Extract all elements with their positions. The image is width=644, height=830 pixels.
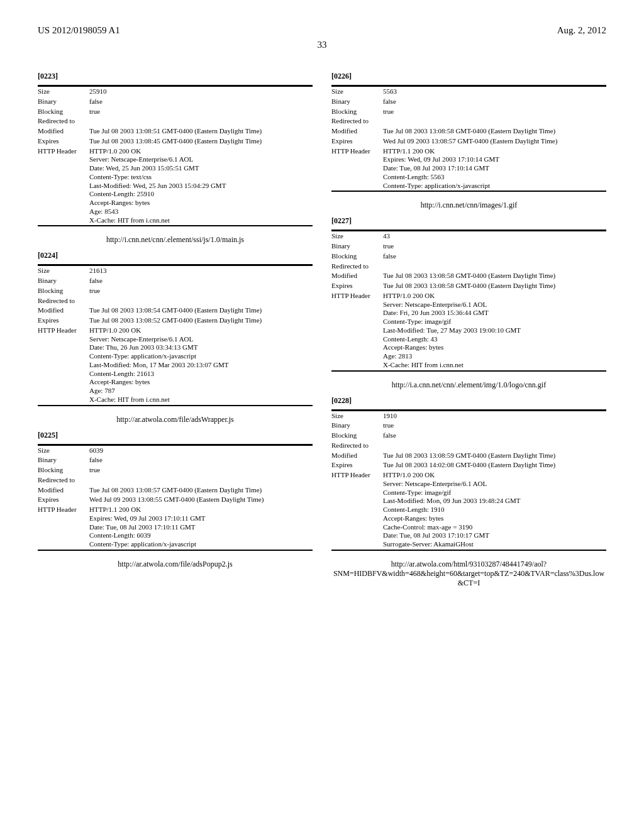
table-row: ExpiresTue Jul 08 2003 13:08:45 GMT-0400… — [38, 136, 313, 147]
row-label: Expires — [331, 460, 383, 470]
table-row: Blockingfalse — [331, 431, 606, 441]
row-value: false — [383, 252, 606, 262]
table-row: ExpiresTue Jul 08 2003 13:08:58 GMT-0400… — [331, 281, 606, 291]
row-label: HTTP Header — [331, 470, 383, 550]
table-row: Redirected to — [38, 475, 313, 485]
data-table: Size5563BinaryfalseBlockingtrueRedirecte… — [331, 85, 606, 192]
resource-url: http://i.cnn.net/cnn/.element/ssi/js/1.0… — [38, 235, 313, 245]
table-row: HTTP HeaderHTTP/1.0 200 OK Server: Netsc… — [331, 470, 606, 550]
table-row: HTTP HeaderHTTP/1.1 200 OK Expires: Wed,… — [38, 505, 313, 550]
row-value: Tue Jul 08 2003 13:08:59 GMT-0400 (Easte… — [383, 451, 606, 461]
table-row: Binaryfalse — [38, 97, 313, 107]
left-column: [0223]Size25910BinaryfalseBlockingtrueRe… — [38, 65, 313, 592]
row-label: HTTP Header — [38, 326, 89, 406]
row-value: true — [383, 241, 606, 252]
data-table: Size6039BinaryfalseBlockingtrueRedirecte… — [38, 444, 313, 551]
row-value — [383, 116, 606, 126]
row-label: Binary — [38, 97, 89, 107]
row-value — [89, 116, 313, 126]
paragraph-number: [0223] — [38, 72, 313, 81]
row-value — [383, 441, 606, 451]
data-table: Size25910BinaryfalseBlockingtrueRedirect… — [38, 85, 313, 226]
row-value: 5563 — [383, 87, 606, 97]
row-value: Wed Jul 09 2003 13:08:57 GMT-0400 (Easte… — [383, 136, 606, 147]
row-label: Redirected to — [38, 116, 89, 126]
row-label: Blocking — [331, 431, 383, 441]
row-label: Blocking — [38, 465, 89, 475]
table-row: Binarytrue — [331, 241, 606, 252]
row-label: Modified — [38, 306, 89, 316]
resource-url: http://i.a.cnn.net/cnn/.element/img/1.0/… — [331, 380, 606, 390]
data-table: Size43BinarytrueBlockingfalseRedirected … — [331, 230, 606, 371]
row-value: 1910 — [383, 411, 606, 421]
table-row: Blockingtrue — [38, 286, 313, 296]
resource-url: http://ar.atwola.com/file/adsWrapper.js — [38, 415, 313, 424]
table-row: ExpiresWed Jul 09 2003 13:08:57 GMT-0400… — [331, 136, 606, 147]
table-row: Size25910 — [38, 87, 313, 97]
row-label: Binary — [331, 241, 383, 252]
row-label: Binary — [38, 276, 89, 286]
row-label: HTTP Header — [38, 147, 89, 226]
row-label: Size — [331, 87, 383, 97]
row-value: true — [89, 107, 313, 117]
row-label: Binary — [331, 421, 383, 431]
table-row: ExpiresTue Jul 08 2003 14:02:08 GMT-0400… — [331, 460, 606, 470]
row-value — [89, 475, 313, 485]
row-label: Blocking — [38, 107, 89, 117]
row-value: Tue Jul 08 2003 13:08:58 GMT-0400 (Easte… — [383, 126, 606, 136]
row-label: HTTP Header — [331, 291, 383, 371]
table-row: HTTP HeaderHTTP/1.0 200 OK Server: Netsc… — [38, 326, 313, 406]
right-column: [0226]Size5563BinaryfalseBlockingtrueRed… — [331, 65, 606, 592]
row-value — [383, 262, 606, 272]
table-row: Size43 — [331, 231, 606, 241]
table-row: Binaryfalse — [331, 97, 606, 107]
data-table: Size21613BinaryfalseBlockingtrueRedirect… — [38, 264, 313, 406]
row-value: 6039 — [89, 446, 313, 456]
publication-number: US 2012/0198059 A1 — [38, 25, 120, 36]
row-label: Modified — [331, 126, 383, 136]
row-value: HTTP/1.1 200 OK Expires: Wed, 09 Jul 200… — [89, 505, 313, 550]
row-value: false — [89, 97, 313, 107]
row-value: Tue Jul 08 2003 13:08:58 GMT-0400 (Easte… — [383, 281, 606, 291]
row-value: Tue Jul 08 2003 13:08:58 GMT-0400 (Easte… — [383, 271, 606, 281]
resource-url: http://ar.atwola.com/html/93103287/48441… — [331, 560, 606, 588]
paragraph-number: [0224] — [38, 251, 313, 260]
row-value: Tue Jul 08 2003 13:08:52 GMT-0400 (Easte… — [89, 316, 313, 326]
table-row: ModifiedTue Jul 08 2003 13:08:59 GMT-040… — [331, 451, 606, 461]
table-row: ExpiresWed Jul 09 2003 13:08:55 GMT-0400… — [38, 495, 313, 505]
table-row: Redirected to — [331, 441, 606, 451]
table-row: Redirected to — [331, 262, 606, 272]
row-value: true — [383, 421, 606, 431]
row-value: false — [383, 97, 606, 107]
row-label: Redirected to — [38, 475, 89, 485]
row-label: Modified — [38, 126, 89, 136]
row-value: HTTP/1.0 200 OK Server: Netscape-Enterpr… — [89, 326, 313, 406]
row-label: Expires — [331, 136, 383, 147]
row-value: HTTP/1.0 200 OK Server: Netscape-Enterpr… — [383, 470, 606, 550]
table-row: ModifiedTue Jul 08 2003 13:08:51 GMT-040… — [38, 126, 313, 136]
row-label: Expires — [38, 316, 89, 326]
row-value: Tue Jul 08 2003 13:08:54 GMT-0400 (Easte… — [89, 306, 313, 316]
paragraph-number: [0226] — [331, 72, 606, 81]
table-row: ExpiresTue Jul 08 2003 13:08:52 GMT-0400… — [38, 316, 313, 326]
table-row: Redirected to — [38, 116, 313, 126]
paragraph-number: [0228] — [331, 396, 606, 406]
row-label: Redirected to — [331, 116, 383, 126]
row-value: Tue Jul 08 2003 13:08:57 GMT-0400 (Easte… — [89, 485, 313, 495]
row-value: HTTP/1.0 200 OK Server: Netscape-Enterpr… — [383, 291, 606, 371]
row-value: Wed Jul 09 2003 13:08:55 GMT-0400 (Easte… — [89, 495, 313, 505]
row-value: true — [89, 286, 313, 296]
row-value: Tue Jul 08 2003 13:08:51 GMT-0400 (Easte… — [89, 126, 313, 136]
table-row: ModifiedTue Jul 08 2003 13:08:58 GMT-040… — [331, 271, 606, 281]
row-label: Redirected to — [331, 441, 383, 451]
row-label: HTTP Header — [38, 505, 89, 550]
row-label: Expires — [38, 136, 89, 147]
table-row: Blockingfalse — [331, 252, 606, 262]
row-label: Size — [38, 87, 89, 97]
row-value: 21613 — [89, 266, 313, 276]
table-row: Size21613 — [38, 266, 313, 276]
row-label: Blocking — [38, 286, 89, 296]
data-table: Size1910BinarytrueBlockingfalseRedirecte… — [331, 409, 606, 551]
paragraph-number: [0227] — [331, 216, 606, 226]
table-row: ModifiedTue Jul 08 2003 13:08:54 GMT-040… — [38, 306, 313, 316]
